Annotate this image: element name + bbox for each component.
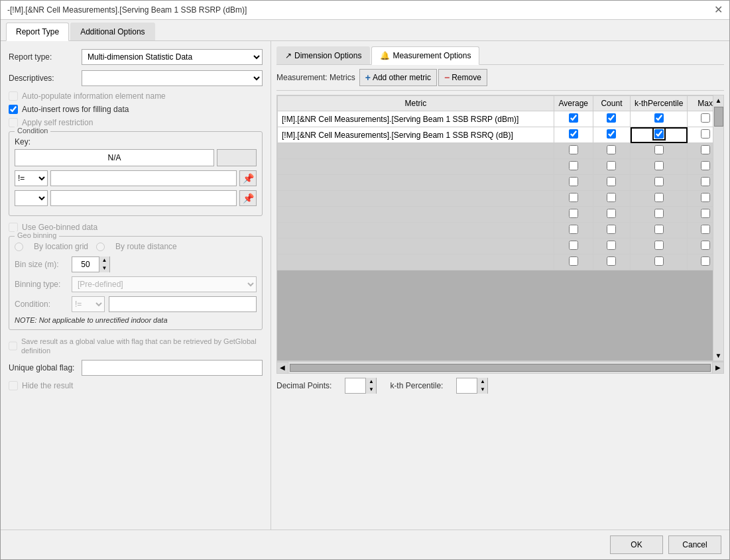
empty-max-6[interactable] — [701, 225, 710, 234]
count-checkbox-1[interactable] — [607, 113, 616, 123]
binning-type-select[interactable]: [Pre-defined] — [72, 276, 257, 292]
condition-operator-2[interactable] — [15, 190, 48, 206]
hscroll-thumb[interactable] — [290, 364, 711, 372]
tab-report-type[interactable]: Report Type — [6, 23, 69, 41]
main-window: -[!M].[&NR Cell Measurements].[Serving B… — [0, 0, 730, 560]
empty-kth-4[interactable] — [654, 193, 664, 202]
apply-restriction-checkbox[interactable] — [9, 118, 18, 127]
use-geo-binned-checkbox[interactable] — [9, 223, 18, 232]
kth-spinbox-btns: ▲ ▼ — [477, 378, 487, 394]
scroll-down-arrow[interactable]: ▼ — [714, 351, 723, 361]
condition-group: Condition Key: N/A != 📌 — [9, 131, 263, 216]
bin-size-input[interactable]: 50 — [72, 260, 99, 269]
bin-size-up[interactable]: ▲ — [99, 256, 109, 264]
kth-percentile-spinbox: 50 ▲ ▼ — [456, 378, 488, 394]
cancel-button[interactable]: Cancel — [668, 535, 721, 554]
empty-row-3 — [278, 175, 723, 191]
empty-avg-4[interactable] — [569, 193, 578, 202]
report-type-row: Report type: Multi-dimension Statistic D… — [9, 49, 263, 65]
pin-button-1[interactable]: 📌 — [239, 170, 257, 186]
kth-checkbox-2[interactable] — [654, 129, 664, 139]
add-metric-button[interactable]: + Add other metric — [359, 69, 437, 86]
empty-max-5[interactable] — [701, 209, 710, 218]
condition-input-2[interactable] — [50, 190, 237, 206]
empty-count-2[interactable] — [607, 161, 616, 170]
empty-avg-2[interactable] — [569, 161, 578, 170]
ok-button[interactable]: OK — [610, 535, 663, 554]
empty-count-1[interactable] — [607, 145, 616, 154]
report-type-select[interactable]: Multi-dimension Statistic Data — [82, 49, 263, 65]
condition-binning-input[interactable] — [109, 296, 257, 312]
by-route-radio[interactable] — [96, 243, 105, 251]
empty-max-1[interactable] — [701, 145, 710, 154]
empty-count-6[interactable] — [607, 225, 616, 234]
save-global-label: Save result as a global value with flag … — [21, 337, 263, 356]
decimal-up-btn[interactable]: ▲ — [365, 378, 376, 386]
empty-count-4[interactable] — [607, 193, 616, 202]
hscroll-right-arrow[interactable]: ▶ — [712, 362, 724, 374]
empty-count-3[interactable] — [607, 177, 616, 186]
empty-kth-7[interactable] — [654, 241, 664, 250]
max-checkbox-1[interactable] — [701, 113, 710, 123]
save-global-checkbox[interactable] — [9, 341, 17, 351]
remove-metric-button[interactable]: − Remove — [438, 69, 487, 86]
pin-button-2[interactable]: 📌 — [239, 190, 257, 206]
empty-kth-3[interactable] — [654, 177, 664, 186]
tab-dimension-options[interactable]: ↗ Dimension Options — [276, 46, 370, 64]
tab-measurement-options[interactable]: 🔔 Measurement Options — [371, 46, 479, 65]
scroll-thumb[interactable] — [714, 107, 723, 127]
scroll-up-arrow[interactable]: ▲ — [714, 95, 723, 105]
empty-kth-6[interactable] — [654, 225, 664, 234]
count-cell-1 — [593, 111, 630, 127]
kth-down-btn[interactable]: ▼ — [477, 386, 487, 394]
condition-input-1[interactable] — [50, 170, 237, 186]
bin-size-down[interactable]: ▼ — [99, 264, 109, 272]
empty-avg-8[interactable] — [569, 256, 578, 266]
kth-checkbox-1[interactable] — [654, 113, 664, 123]
empty-kth-5[interactable] — [654, 209, 664, 218]
empty-count-5[interactable] — [607, 209, 616, 218]
condition-operator-1[interactable]: != — [15, 170, 48, 186]
hide-result-checkbox[interactable] — [9, 381, 18, 390]
empty-count-8[interactable] — [607, 256, 616, 266]
avg-checkbox-2[interactable] — [569, 129, 578, 139]
col-average: Average — [554, 96, 593, 111]
decimal-down-btn[interactable]: ▼ — [365, 386, 376, 394]
auto-populate-checkbox[interactable] — [9, 91, 18, 101]
by-location-radio[interactable] — [15, 243, 23, 251]
descriptives-select[interactable] — [82, 70, 263, 86]
hscroll-left-arrow[interactable]: ◀ — [276, 362, 288, 374]
key-extra-button[interactable] — [217, 149, 257, 166]
kth-percentile-input[interactable]: 50 — [457, 381, 477, 390]
empty-avg-5[interactable] — [569, 209, 578, 218]
empty-avg-1[interactable] — [569, 145, 578, 154]
avg-checkbox-1[interactable] — [569, 113, 578, 123]
empty-avg-7[interactable] — [569, 241, 578, 250]
empty-avg-6[interactable] — [569, 225, 578, 234]
empty-max-4[interactable] — [701, 193, 710, 202]
descriptives-row: Descriptives: — [9, 70, 263, 86]
unique-global-input[interactable] — [82, 360, 263, 376]
condition-binning-operator[interactable]: != — [72, 296, 105, 312]
tab-additional-options[interactable]: Additional Options — [70, 23, 154, 40]
bin-size-spinbox: 50 ▲ ▼ — [72, 256, 110, 272]
key-value-button[interactable]: N/A — [15, 149, 214, 166]
empty-max-8[interactable] — [701, 256, 710, 266]
kth-up-btn[interactable]: ▲ — [477, 378, 487, 386]
close-button[interactable]: ✕ — [714, 5, 723, 15]
empty-max-7[interactable] — [701, 241, 710, 250]
empty-kth-2[interactable] — [654, 161, 664, 170]
empty-kth-1[interactable] — [654, 145, 664, 154]
max-checkbox-2[interactable] — [701, 129, 710, 139]
tab-dimension-label: Dimension Options — [294, 51, 361, 60]
auto-insert-checkbox[interactable] — [9, 105, 18, 114]
empty-max-2[interactable] — [701, 161, 710, 170]
empty-kth-8[interactable] — [654, 256, 664, 266]
empty-avg-3[interactable] — [569, 177, 578, 186]
empty-count-7[interactable] — [607, 241, 616, 250]
vertical-scrollbar[interactable]: ▲ ▼ — [713, 95, 723, 361]
decimal-points-input[interactable]: 2 — [345, 381, 365, 390]
empty-row-1 — [278, 143, 723, 159]
empty-max-3[interactable] — [701, 177, 710, 186]
count-checkbox-2[interactable] — [607, 129, 616, 139]
